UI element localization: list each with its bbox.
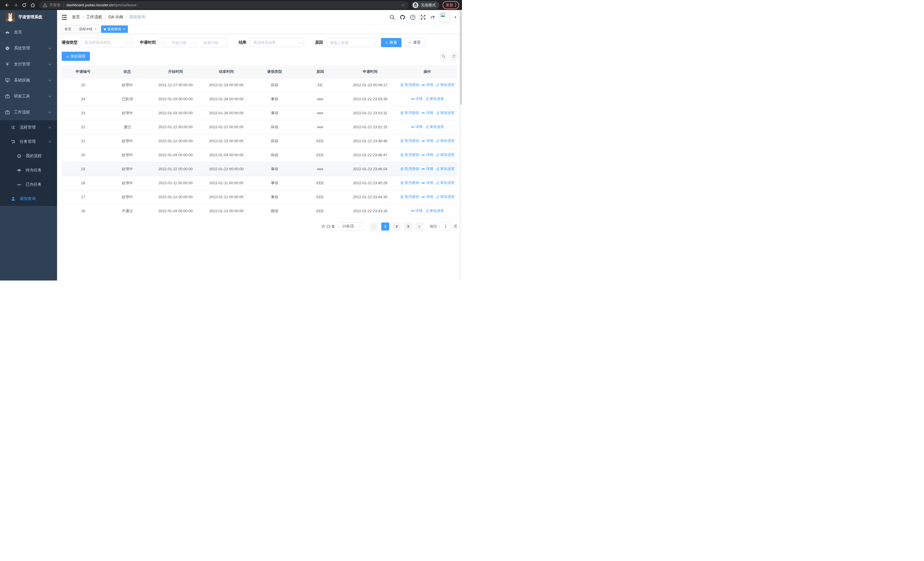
cell-apply-time: 2022-01-22 23:46:47 bbox=[343, 148, 397, 162]
progress-link[interactable]: 审批进度 bbox=[436, 194, 454, 199]
page-button-3[interactable]: 3 bbox=[404, 223, 412, 230]
cell-end-time: 2022-01-23 00:00:00 bbox=[201, 134, 252, 148]
browser-update-button[interactable]: 更新 bbox=[442, 1, 459, 9]
browser-home-icon[interactable] bbox=[30, 3, 35, 8]
table-search-button[interactable] bbox=[440, 53, 447, 60]
col-reason: 原因 bbox=[297, 65, 343, 78]
close-icon[interactable]: × bbox=[123, 27, 125, 31]
delete-icon bbox=[400, 83, 404, 87]
scrollbar-thumb[interactable] bbox=[460, 11, 462, 105]
browser-menu-icon[interactable] bbox=[455, 3, 456, 7]
tab-leave-query[interactable]: 请假查询× bbox=[101, 26, 128, 33]
search-icon bbox=[442, 54, 445, 58]
view-icon bbox=[422, 181, 425, 185]
reset-button[interactable]: 重置 bbox=[405, 38, 425, 47]
start-date-input[interactable] bbox=[166, 41, 193, 45]
page-button-2[interactable]: 2 bbox=[393, 223, 400, 230]
view-icon bbox=[411, 209, 415, 213]
detail-link[interactable]: 详情 bbox=[411, 96, 423, 101]
progress-link[interactable]: 审批进度 bbox=[436, 83, 454, 87]
progress-link[interactable]: 审批进度 bbox=[425, 209, 444, 214]
cancel-leave-link[interactable]: 取消请假 bbox=[400, 180, 419, 185]
progress-link[interactable]: 审批进度 bbox=[436, 138, 454, 143]
leave-type-select[interactable]: 请选择请假类型 bbox=[81, 38, 132, 47]
bookmark-star-icon[interactable]: ☆ bbox=[402, 3, 405, 8]
sidebar-item-todo-tasks[interactable]: 待办任务 bbox=[0, 163, 57, 177]
detail-link[interactable]: 详情 bbox=[422, 152, 433, 157]
chevron-down-icon bbox=[48, 47, 51, 50]
cell-leave-type: 病假 bbox=[252, 78, 297, 92]
create-leave-button[interactable]: + 发起请假 bbox=[62, 52, 90, 61]
cell-status: 处理中 bbox=[105, 78, 150, 92]
cancel-leave-link[interactable]: 取消请假 bbox=[400, 138, 419, 143]
progress-link[interactable]: 审批进度 bbox=[436, 180, 454, 185]
sidebar-item-system[interactable]: 系统管理 bbox=[0, 40, 57, 56]
caret-down-icon[interactable]: ▾ bbox=[454, 15, 456, 19]
detail-link[interactable]: 详情 bbox=[422, 180, 433, 185]
sidebar-item-leave-query[interactable]: 请假查询 bbox=[0, 192, 57, 206]
cancel-leave-link[interactable]: 取消请假 bbox=[400, 152, 419, 157]
sidebar-item-my-process[interactable]: 我的流程 bbox=[0, 149, 57, 163]
prev-page-button[interactable]: ‹ bbox=[370, 223, 378, 230]
cancel-leave-link[interactable]: 取消请假 bbox=[400, 167, 419, 171]
sidebar-item-payment[interactable]: ¥ 支付管理 bbox=[0, 56, 57, 72]
sidebar-item-task-mgmt[interactable]: 任务管理 bbox=[0, 135, 57, 149]
cancel-leave-link[interactable]: 取消请假 bbox=[400, 111, 419, 116]
progress-link[interactable]: 审批进度 bbox=[436, 152, 454, 157]
result-select[interactable]: 请选择流结果 bbox=[250, 38, 304, 47]
sidebar-item-done-tasks[interactable]: 已办任务 bbox=[0, 177, 57, 192]
progress-link[interactable]: 审批进度 bbox=[425, 96, 444, 101]
progress-link[interactable]: 审批进度 bbox=[425, 125, 444, 129]
page-size-select[interactable]: 10条/页 bbox=[339, 223, 364, 230]
progress-link[interactable]: 审批进度 bbox=[436, 111, 454, 116]
app-title: 芋道管理系统 bbox=[18, 15, 42, 20]
browser-forward-icon[interactable] bbox=[13, 3, 18, 8]
reason-input[interactable] bbox=[330, 41, 372, 45]
github-icon[interactable] bbox=[400, 15, 405, 20]
cancel-leave-link[interactable]: 取消请假 bbox=[400, 83, 419, 87]
fullscreen-icon[interactable] bbox=[420, 15, 426, 20]
sidebar-item-devtools[interactable]: 研发工具 bbox=[0, 88, 57, 104]
apply-time-range-picker[interactable]: - bbox=[159, 38, 227, 47]
tab-process-detail[interactable]: 流程详情× bbox=[76, 26, 99, 33]
page-button-1[interactable]: 1 bbox=[381, 223, 389, 230]
detail-link[interactable]: 详情 bbox=[422, 194, 433, 199]
url-bar[interactable]: 不安全 dashboard.yudao.iocoder.cn/bpm/oa/le… bbox=[39, 1, 409, 9]
sidebar-item-home[interactable]: 首页 bbox=[0, 24, 57, 40]
detail-link[interactable]: 详情 bbox=[411, 125, 423, 129]
cell-status: 通过 bbox=[105, 120, 150, 134]
detail-link[interactable]: 详情 bbox=[411, 209, 423, 214]
search-button[interactable]: 搜索 bbox=[381, 38, 402, 47]
browser-reload-icon[interactable] bbox=[22, 3, 27, 8]
cell-status: 处理中 bbox=[105, 176, 150, 190]
sidebar-item-process-mgmt[interactable]: 流程管理 bbox=[0, 120, 57, 135]
font-size-icon[interactable]: TT bbox=[430, 15, 435, 20]
breadcrumb-home[interactable]: 首页 bbox=[72, 15, 80, 20]
sidebar-toggle-icon[interactable] bbox=[62, 15, 67, 20]
breadcrumb-oa-example[interactable]: OA 示例 bbox=[108, 15, 123, 20]
detail-link[interactable]: 详情 bbox=[422, 83, 433, 87]
tab-home[interactable]: 首页 bbox=[62, 26, 74, 33]
monitor-icon bbox=[5, 78, 10, 83]
help-icon[interactable]: ? bbox=[410, 15, 416, 20]
sidebar-item-infra[interactable]: 基础设施 bbox=[0, 72, 57, 88]
cancel-leave-link[interactable]: 取消请假 bbox=[400, 194, 419, 199]
browser-back-icon[interactable] bbox=[4, 3, 10, 8]
detail-link[interactable]: 详情 bbox=[422, 111, 433, 116]
avatar[interactable] bbox=[440, 12, 450, 22]
leave-type-label: 请假类型 bbox=[62, 40, 78, 45]
goto-page-input[interactable] bbox=[440, 223, 452, 230]
col-leave-type: 请假类型 bbox=[252, 65, 297, 78]
detail-link[interactable]: 详情 bbox=[422, 167, 433, 171]
search-icon[interactable] bbox=[390, 15, 395, 20]
next-page-button[interactable]: › bbox=[416, 223, 423, 230]
table-refresh-button[interactable] bbox=[451, 53, 458, 60]
page-scrollbar[interactable] bbox=[459, 10, 462, 281]
sidebar-item-workflow[interactable]: 工作流程 bbox=[0, 104, 57, 120]
end-date-input[interactable] bbox=[197, 41, 224, 45]
close-icon[interactable]: × bbox=[94, 27, 96, 31]
refresh-icon bbox=[452, 54, 456, 58]
progress-link[interactable]: 审批进度 bbox=[436, 167, 454, 171]
detail-link[interactable]: 详情 bbox=[422, 138, 433, 143]
breadcrumb-workflow[interactable]: 工作流程 bbox=[86, 15, 102, 20]
